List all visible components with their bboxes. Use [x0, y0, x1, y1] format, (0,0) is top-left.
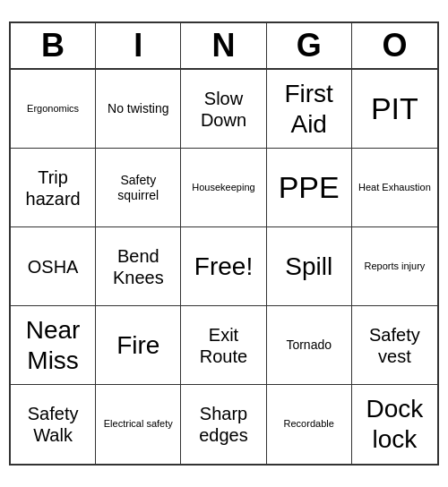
- bingo-cell: Electrical safety: [96, 385, 181, 464]
- bingo-cell: Spill: [267, 227, 352, 306]
- cell-text: Trip hazard: [14, 167, 91, 209]
- bingo-card: BINGO ErgonomicsNo twistingSlow DownFirs…: [9, 21, 439, 466]
- cell-text: Exit Route: [185, 324, 262, 367]
- cell-text: Safety vest: [356, 324, 434, 367]
- cell-text: Safety squirrel: [99, 173, 177, 203]
- cell-text: Dock lock: [356, 394, 434, 454]
- cell-text: Electrical safety: [104, 418, 173, 430]
- cell-text: Recordable: [284, 418, 334, 430]
- bingo-cell: Ergonomics: [11, 70, 96, 149]
- cell-text: Bend Knees: [99, 245, 177, 288]
- cell-text: Sharp edges: [185, 403, 262, 446]
- cell-text: Reports injury: [364, 261, 425, 272]
- bingo-cell: PIT: [352, 70, 437, 149]
- bingo-cell: PPE: [267, 149, 352, 227]
- bingo-header: BINGO: [11, 23, 437, 70]
- bingo-cell: Safety vest: [352, 306, 437, 385]
- bingo-cell: Slow Down: [181, 70, 266, 149]
- cell-text: Fire: [116, 330, 159, 361]
- bingo-cell: No twisting: [96, 70, 181, 149]
- cell-text: Tornado: [286, 337, 332, 353]
- cell-text: PPE: [279, 169, 340, 206]
- bingo-cell: Free!: [181, 227, 266, 306]
- bingo-cell: Safety Walk: [11, 385, 96, 464]
- cell-text: Ergonomics: [27, 103, 79, 115]
- cell-text: First Aid: [271, 79, 348, 139]
- bingo-cell: Recordable: [267, 385, 352, 464]
- bingo-cell: First Aid: [267, 70, 352, 149]
- bingo-grid: ErgonomicsNo twistingSlow DownFirst AidP…: [11, 70, 437, 464]
- bingo-cell: Bend Knees: [96, 227, 181, 306]
- bingo-cell: Reports injury: [352, 227, 437, 306]
- header-letter: I: [96, 23, 181, 68]
- cell-text: Free!: [194, 252, 253, 282]
- cell-text: Spill: [285, 252, 332, 282]
- bingo-cell: Sharp edges: [181, 385, 266, 464]
- bingo-cell: Exit Route: [181, 306, 266, 385]
- bingo-cell: Trip hazard: [11, 149, 96, 227]
- bingo-cell: Safety squirrel: [96, 149, 181, 227]
- bingo-cell: Dock lock: [352, 385, 437, 464]
- cell-text: Slow Down: [185, 88, 262, 131]
- header-letter: N: [181, 23, 266, 68]
- cell-text: Heat Exhaustion: [358, 182, 431, 193]
- bingo-cell: Heat Exhaustion: [352, 149, 437, 227]
- header-letter: O: [352, 23, 437, 68]
- cell-text: Safety Walk: [14, 403, 91, 446]
- cell-text: PIT: [371, 90, 418, 127]
- bingo-cell: Fire: [96, 306, 181, 385]
- header-letter: B: [11, 23, 96, 68]
- cell-text: Housekeeping: [192, 182, 254, 193]
- bingo-cell: Tornado: [267, 306, 352, 385]
- cell-text: OSHA: [28, 256, 79, 278]
- bingo-cell: Near Miss: [11, 306, 96, 385]
- cell-text: Near Miss: [14, 315, 91, 375]
- header-letter: G: [267, 23, 352, 68]
- cell-text: No twisting: [108, 101, 168, 116]
- bingo-cell: Housekeeping: [181, 149, 266, 227]
- bingo-cell: OSHA: [11, 227, 96, 306]
